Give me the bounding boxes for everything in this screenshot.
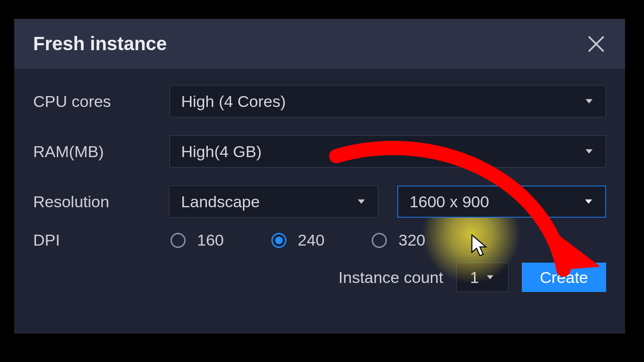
chevron-down-icon [356, 196, 367, 207]
create-button-label: Create [540, 268, 588, 287]
dpi-label: DPI [33, 231, 170, 249]
svg-marker-2 [586, 99, 593, 103]
dpi-option-label: 240 [298, 231, 325, 249]
close-icon [586, 34, 606, 54]
cpu-label: CPU cores [33, 92, 170, 111]
chevron-down-icon [584, 96, 594, 106]
create-button[interactable]: Create [522, 263, 606, 292]
svg-marker-4 [358, 199, 365, 203]
close-button[interactable] [586, 34, 606, 54]
cpu-value: High (4 Cores) [181, 92, 286, 111]
dialog-footer: Instance count 1 Create [33, 263, 606, 292]
instance-count-label: Instance count [339, 268, 443, 287]
ram-row: RAM(MB) High(4 GB) [33, 135, 606, 168]
ram-label: RAM(MB) [33, 142, 170, 161]
dpi-option-label: 320 [398, 231, 425, 249]
dpi-radio-240[interactable]: 240 [271, 231, 325, 249]
cpu-dropdown[interactable]: High (4 Cores) [170, 85, 606, 117]
dpi-radio-320[interactable]: 320 [372, 231, 425, 249]
dpi-option-label: 160 [197, 231, 224, 249]
dpi-row: DPI 160 240 320 [33, 231, 606, 249]
dialog-titlebar: Fresh instance [14, 19, 625, 69]
resolution-row: Resolution Landscape 1600 x 900 [33, 185, 606, 218]
cpu-row: CPU cores High (4 Cores) [33, 85, 606, 117]
svg-marker-3 [586, 149, 593, 153]
radio-icon [372, 233, 387, 248]
chevron-down-icon [583, 196, 594, 207]
svg-marker-5 [585, 199, 592, 203]
ram-dropdown[interactable]: High(4 GB) [170, 135, 606, 168]
dpi-radio-160[interactable]: 160 [170, 231, 224, 249]
dialog-title: Fresh instance [33, 33, 167, 54]
svg-marker-6 [487, 275, 493, 279]
instance-count-value: 1 [470, 268, 479, 287]
ram-value: High(4 GB) [181, 142, 262, 161]
radio-icon [271, 233, 286, 248]
radio-icon [170, 233, 186, 248]
fresh-instance-dialog: Fresh instance CPU cores High (4 Cores) … [14, 19, 625, 334]
chevron-down-icon [485, 273, 495, 282]
dpi-radio-group: 160 240 320 [170, 231, 425, 249]
instance-count-dropdown[interactable]: 1 [456, 263, 509, 292]
orientation-dropdown[interactable]: Landscape [169, 185, 378, 218]
chevron-down-icon [584, 146, 594, 157]
resolution-size-dropdown[interactable]: 1600 x 900 [397, 185, 606, 218]
resolution-label: Resolution [33, 193, 169, 211]
resolution-size-value: 1600 x 900 [410, 193, 489, 211]
orientation-value: Landscape [181, 193, 259, 211]
dialog-body: CPU cores High (4 Cores) RAM(MB) High(4 … [14, 69, 625, 301]
